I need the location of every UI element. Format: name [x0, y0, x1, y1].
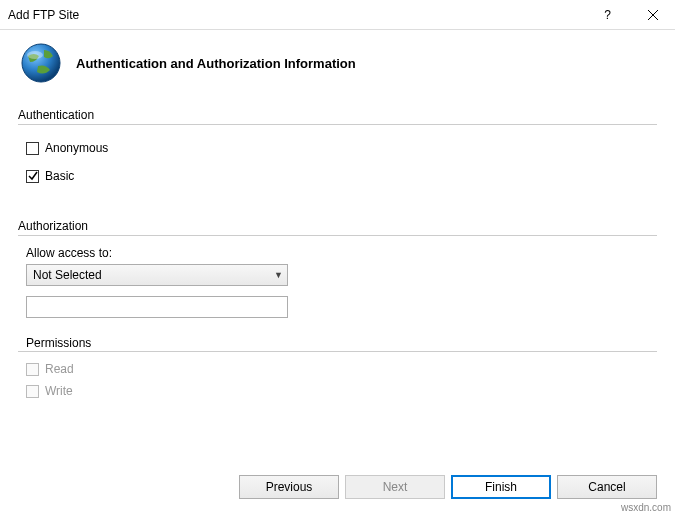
wizard-footer: Previous Next Finish Cancel [239, 475, 657, 499]
basic-label: Basic [45, 169, 74, 183]
svg-point-2 [22, 44, 60, 82]
help-button[interactable]: ? [585, 0, 630, 30]
svg-point-3 [27, 51, 43, 59]
checkbox-icon [26, 363, 39, 376]
authorization-label: Authorization [18, 219, 657, 233]
cancel-button[interactable]: Cancel [557, 475, 657, 499]
check-icon [28, 171, 38, 181]
checkbox-icon [26, 142, 39, 155]
authorization-group: Authorization Allow access to: Not Selec… [18, 219, 657, 402]
read-checkbox: Read [18, 358, 657, 380]
divider [18, 235, 657, 236]
close-icon [648, 10, 658, 20]
authentication-label: Authentication [18, 108, 657, 122]
write-label: Write [45, 384, 73, 398]
next-button: Next [345, 475, 445, 499]
help-icon: ? [604, 8, 611, 22]
window-title: Add FTP Site [8, 8, 585, 22]
globe-icon [20, 42, 62, 84]
permissions-label: Permissions [18, 336, 657, 351]
titlebar: Add FTP Site ? [0, 0, 675, 30]
basic-checkbox[interactable]: Basic [18, 165, 657, 187]
finish-button[interactable]: Finish [451, 475, 551, 499]
close-button[interactable] [630, 0, 675, 30]
checkbox-icon [26, 170, 39, 183]
anonymous-checkbox[interactable]: Anonymous [18, 137, 657, 159]
divider [18, 351, 657, 352]
chevron-down-icon: ▼ [274, 270, 283, 280]
allow-access-select[interactable]: Not Selected ▼ [26, 264, 288, 286]
previous-button[interactable]: Previous [239, 475, 339, 499]
read-label: Read [45, 362, 74, 376]
authentication-group: Authentication Anonymous Basic [18, 108, 657, 187]
content-area: Authentication Anonymous Basic Authoriza… [0, 106, 675, 402]
authorization-textbox[interactable] [26, 296, 288, 318]
wizard-header: Authentication and Authorization Informa… [0, 30, 675, 106]
watermark: wsxdn.com [621, 502, 671, 513]
write-checkbox: Write [18, 380, 657, 402]
page-title: Authentication and Authorization Informa… [76, 56, 356, 71]
checkbox-icon [26, 385, 39, 398]
divider [18, 124, 657, 125]
anonymous-label: Anonymous [45, 141, 108, 155]
allow-access-label: Allow access to: [18, 246, 657, 264]
select-value: Not Selected [33, 268, 102, 282]
